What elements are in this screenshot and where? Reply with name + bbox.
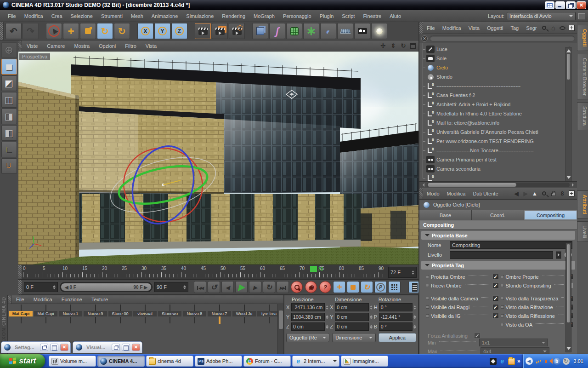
checkbox[interactable]: ✓ [492, 304, 499, 310]
name-input[interactable]: Compositing [450, 241, 572, 249]
scale-tool[interactable] [80, 23, 96, 39]
keyframe-dot-icon[interactable] [426, 314, 429, 317]
attribute-drag-handle[interactable] [419, 188, 423, 199]
object-type-icon[interactable] [426, 55, 435, 62]
taskbar-task[interactable]: Immagine... [341, 356, 388, 367]
keyframe-dot-icon[interactable] [426, 297, 429, 300]
object-vscrollbar[interactable] [565, 47, 571, 181]
scroll-down-icon[interactable] [566, 347, 571, 351]
maximize-button[interactable] [50, 344, 58, 351]
material-item[interactable] [158, 317, 182, 323]
taskbar-task[interactable]: Forum - C... [243, 356, 291, 367]
vscroll-thumb[interactable] [567, 244, 570, 322]
texture-mode-button[interactable]: ◩ [1, 75, 17, 91]
viewport-menu-item[interactable]: Viste [22, 43, 42, 49]
close-button[interactable] [60, 344, 68, 351]
object-label[interactable]: Cielo [436, 65, 448, 70]
object-row[interactable]: 0 --------------------------------------… [419, 81, 577, 91]
object-label[interactable]: Luce [436, 46, 447, 52]
menu-item[interactable]: Simulazione [182, 13, 218, 19]
material-thumbnail[interactable] [145, 305, 146, 311]
menu-item[interactable]: Finestre [359, 13, 385, 19]
autokey-button[interactable] [305, 281, 317, 293]
add-subdivision-surface-button[interactable] [286, 23, 302, 39]
toolbar-drag-handle[interactable] [0, 22, 4, 40]
lock-y-axis-button[interactable]: Y [154, 23, 170, 39]
menu-item[interactable]: Selezione [67, 13, 97, 19]
add-cube-button[interactable] [252, 23, 268, 39]
object-row[interactable]: 0 Mail to: ettore@sablone.info [419, 118, 577, 127]
menu-item[interactable]: Mesh [127, 13, 147, 19]
material-thumbnail[interactable] [269, 317, 270, 323]
rotation-input[interactable]: 0 ° [379, 303, 413, 311]
frame-spinner[interactable] [412, 269, 414, 276]
material-thumbnail[interactable] [70, 305, 71, 311]
material-thumbnail[interactable] [70, 317, 71, 323]
material-thumbnail[interactable] [170, 305, 170, 311]
add-deformer-button[interactable]: ◖ [320, 23, 336, 39]
apply-button[interactable]: Applica [379, 333, 416, 342]
size-input[interactable]: 0 cm [335, 303, 368, 311]
model-mode-button[interactable]: ◼ [1, 59, 17, 75]
timeline-ruler[interactable]: 051015202530354045505560657075808590 72 … [18, 264, 418, 280]
object-menu-item[interactable]: Vista [465, 25, 483, 31]
history-forward-icon[interactable]: ▶ [522, 190, 529, 197]
keyframe-dot-icon[interactable] [426, 305, 429, 309]
quicklaunch-app-icon[interactable] [490, 358, 497, 365]
object-row[interactable]: 0 Università Gabriele D'Annunzio Pecara … [419, 127, 577, 137]
coord-mode-dropdown[interactable]: Oggetto (Re [286, 333, 329, 342]
size-input[interactable]: 0 cm [335, 313, 368, 321]
range-start-spinner[interactable] [53, 284, 56, 291]
undo-button[interactable]: ↶ [6, 23, 22, 39]
keyframe-dot-icon[interactable] [501, 314, 504, 317]
object-type-icon[interactable] [426, 46, 435, 53]
object-type-icon[interactable] [426, 64, 435, 71]
transport-drag-handle[interactable] [18, 280, 22, 294]
search-icon[interactable] [540, 190, 548, 197]
menu-item[interactable]: Modifica [20, 13, 47, 19]
preview-range-thumb[interactable]: ◀ 0 F 90 F ▶ [61, 283, 151, 291]
material-thumbnail[interactable] [145, 317, 146, 323]
attribute-tab[interactable]: Base [419, 210, 472, 220]
attribute-menu-item[interactable]: Modifica [443, 191, 469, 196]
material-item[interactable]: Mat Capi [34, 305, 58, 316]
keyframe-dot-icon[interactable] [501, 297, 504, 300]
loop-button[interactable] [263, 281, 275, 293]
material-scrollbar[interactable] [277, 304, 283, 354]
viewport[interactable]: VisteCamereMostraOpzioniFiltroVista ✢ ⇕ … [18, 40, 418, 264]
object-type-icon[interactable] [426, 165, 435, 172]
object-row[interactable]: 0 --------------------Non Toccare-------… [419, 146, 577, 155]
render-picture-viewer-button[interactable] [212, 23, 228, 39]
panel-side-tab[interactable]: Struttura [577, 102, 588, 130]
axis-mode-button[interactable]: ∟ [1, 142, 17, 157]
tray-collapse-icon[interactable]: ◀ [526, 357, 533, 365]
material-menu-item[interactable]: File [11, 297, 29, 302]
viewport-drag-handle[interactable] [18, 40, 22, 51]
menu-item[interactable]: Personaggio [279, 13, 316, 19]
menu-item[interactable]: MoGraph [249, 13, 279, 19]
material-item[interactable]: Stonewo [158, 305, 182, 316]
polygon-mode-button[interactable]: ◧ [1, 125, 17, 141]
group-tag-properties[interactable]: Proprietà Tag [421, 261, 575, 270]
checkbox[interactable]: ✓ [492, 282, 499, 288]
object-label[interactable]: Sole [436, 56, 447, 61]
checkbox[interactable]: ✓ [474, 333, 481, 339]
max-dropdown[interactable]: 4x4 [481, 347, 549, 354]
material-thumbnail[interactable] [219, 316, 220, 324]
minimize-button[interactable] [555, 1, 565, 9]
material-item[interactable]: Nuovo.8 [182, 305, 207, 316]
search-icon[interactable] [540, 24, 548, 32]
panel-side-tab[interactable]: Livelli [577, 221, 588, 242]
key-position-toggle[interactable] [333, 281, 345, 293]
material-thumbnail[interactable] [45, 317, 46, 323]
object-type-icon[interactable] [426, 73, 435, 80]
object-label[interactable]: ----------------------------------------… [436, 83, 520, 89]
add-mograph-button[interactable]: ∗ [303, 23, 319, 39]
object-row[interactable]: Camera secondaria [419, 164, 577, 173]
rotation-input[interactable]: -12.441 ° [379, 313, 413, 321]
object-row[interactable]: Cielo [419, 63, 577, 72]
edge-mode-button[interactable]: ◨ [1, 109, 17, 124]
object-type-icon[interactable] [426, 156, 435, 163]
goto-end-button[interactable] [277, 281, 289, 293]
goto-start-button[interactable] [194, 281, 206, 293]
